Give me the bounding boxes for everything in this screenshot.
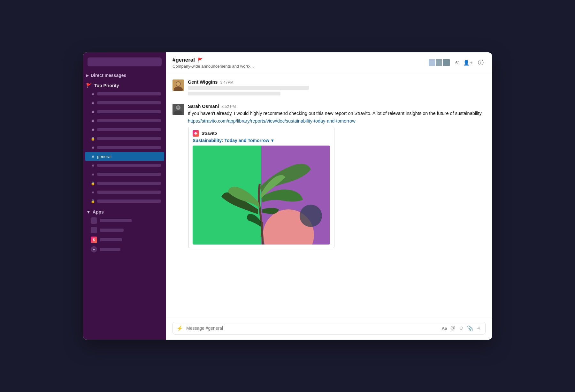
channel-prefix: # [91, 172, 95, 177]
channel-prefix: # [91, 145, 95, 150]
message-input-area: ⚡ Aa @ ☺ 📎 ➤ [166, 318, 492, 340]
workspace-search[interactable] [88, 57, 162, 66]
message-input[interactable] [186, 326, 439, 331]
channel-label-skeleton [97, 146, 161, 149]
channel-name-row: #general 🚩 [172, 57, 254, 63]
flag-icon: 🚩 [86, 83, 92, 88]
app-item-2[interactable] [85, 225, 164, 235]
info-icon: ⓘ [478, 59, 484, 66]
channel-item-4[interactable]: # [85, 116, 164, 125]
add-member-button[interactable]: 👤+ [463, 58, 473, 67]
channel-label-skeleton [97, 128, 161, 131]
sidebar-search-area [83, 52, 166, 70]
message-skeleton-2 [188, 92, 280, 95]
channel-item-7[interactable]: # [85, 143, 164, 152]
message-time-sarah: 3:52 PM [222, 104, 236, 109]
channel-item-10[interactable]: # [85, 170, 164, 179]
lightning-icon[interactable]: ⚡ [177, 325, 183, 331]
channel-header-right: 61 👤+ ⓘ [428, 58, 486, 67]
member-avatar-3 [442, 58, 450, 67]
channel-label-skeleton [97, 110, 161, 113]
messages-area: Gent Wiggins 3:47PM [166, 73, 492, 318]
stravito-logo [193, 130, 199, 137]
channel-label-skeleton [97, 173, 161, 176]
channel-prefix: # [91, 92, 95, 96]
general-channel-label: general [97, 154, 111, 159]
message-sarah-header: Sarah Osmani 3:52 PM [188, 104, 486, 109]
preview-title-text: Sustainability: Today and Tomorrow [193, 138, 269, 143]
channel-label-skeleton [97, 119, 161, 122]
add-member-icon: 👤+ [463, 60, 472, 66]
channel-item-3[interactable]: # [85, 107, 164, 116]
member-avatars [428, 58, 450, 67]
mention-icon[interactable]: @ [450, 325, 455, 331]
lock-icon: 🔒 [91, 199, 95, 203]
channel-prefix: # [91, 101, 95, 105]
message-input-box: ⚡ Aa @ ☺ 📎 ➤ [172, 322, 486, 335]
channel-item-13-lock[interactable]: 🔒 [85, 197, 164, 206]
app-label-skeleton [100, 219, 132, 222]
svg-point-3 [176, 82, 180, 86]
message-sarah-body: Sarah Osmani 3:52 PM If you haven't alre… [188, 104, 486, 248]
channel-description: Company-wide announcements and work-... [172, 64, 254, 69]
channel-label-skeleton [97, 137, 161, 140]
attachment-icon[interactable]: 📎 [467, 325, 473, 331]
preview-image [193, 146, 330, 245]
channel-item-1[interactable]: # [85, 89, 164, 98]
channel-item-6-lock[interactable]: 🔒 [85, 134, 164, 143]
channel-item-2[interactable]: # [85, 98, 164, 107]
message-gent-body: Gent Wiggins 3:47PM [188, 79, 486, 97]
app-item-1[interactable] [85, 216, 164, 225]
channel-item-11-lock[interactable]: 🔒 [85, 179, 164, 188]
channel-prefix: # [91, 163, 95, 168]
plus-icon: + [91, 246, 97, 253]
lock-icon: 🔒 [91, 181, 95, 185]
link-preview-card: Stravito Sustainability: Today and Tomor… [188, 127, 335, 248]
channel-prefix: # [91, 109, 95, 114]
emoji-icon[interactable]: ☺ [459, 325, 464, 331]
svg-point-13 [300, 205, 322, 227]
channel-prefix: # [91, 154, 95, 159]
preview-brand-name: Stravito [202, 131, 217, 136]
apps-toggle[interactable]: ▼ Apps [83, 208, 166, 216]
message-sarah: Sarah Osmani 3:52 PM If you haven't alre… [172, 104, 486, 248]
svg-point-9 [177, 106, 180, 109]
triangle-icon: ▶ [86, 74, 89, 77]
direct-messages-section: ▶ Direct messages [83, 70, 166, 81]
app-item-stravito[interactable]: S [85, 235, 164, 245]
channel-header: #general 🚩 Company-wide announcements an… [166, 52, 492, 73]
sustainability-link[interactable]: https://stravito.com/app/library/reports… [188, 118, 486, 124]
channel-item-9[interactable]: # [85, 161, 164, 170]
chevron-down-icon: ▾ [271, 138, 273, 143]
channel-item-12[interactable]: # [85, 188, 164, 197]
channel-prefix: # [91, 127, 95, 132]
avatar-sarah [172, 104, 184, 115]
text-format-icon[interactable]: Aa [442, 326, 447, 331]
info-button[interactable]: ⓘ [476, 58, 486, 67]
add-apps-item[interactable]: + [85, 245, 164, 254]
channel-prefix: # [91, 190, 95, 195]
channels-list: # # # # # 🔒 # [83, 89, 166, 206]
channel-label-skeleton [97, 182, 161, 185]
direct-messages-toggle[interactable]: ▶ Direct messages [83, 72, 166, 79]
main-content: #general 🚩 Company-wide announcements an… [166, 52, 492, 340]
message-skeleton-1 [188, 86, 309, 90]
lock-icon: 🔒 [91, 137, 95, 141]
message-gent-header: Gent Wiggins 3:47PM [188, 79, 486, 85]
top-priority-label: Top Priority [94, 83, 119, 88]
stravito-label-skeleton [100, 238, 122, 241]
send-button[interactable]: ➤ [475, 324, 483, 332]
message-author-sarah: Sarah Osmani [188, 104, 219, 109]
apps-label: Apps [93, 209, 104, 215]
member-count: 61 [456, 60, 460, 65]
message-gent: Gent Wiggins 3:47PM [172, 79, 486, 97]
channel-prefix: # [91, 118, 95, 123]
apps-section: ▼ Apps S + [83, 206, 166, 255]
channel-header-left: #general 🚩 Company-wide announcements an… [172, 57, 254, 69]
app-label-skeleton [100, 229, 124, 232]
channel-item-general[interactable]: # general [85, 152, 164, 161]
chevron-down-icon: ▼ [86, 209, 91, 215]
stravito-app-icon: S [91, 237, 97, 243]
app-icon-1 [91, 217, 97, 224]
channel-item-5[interactable]: # [85, 125, 164, 134]
